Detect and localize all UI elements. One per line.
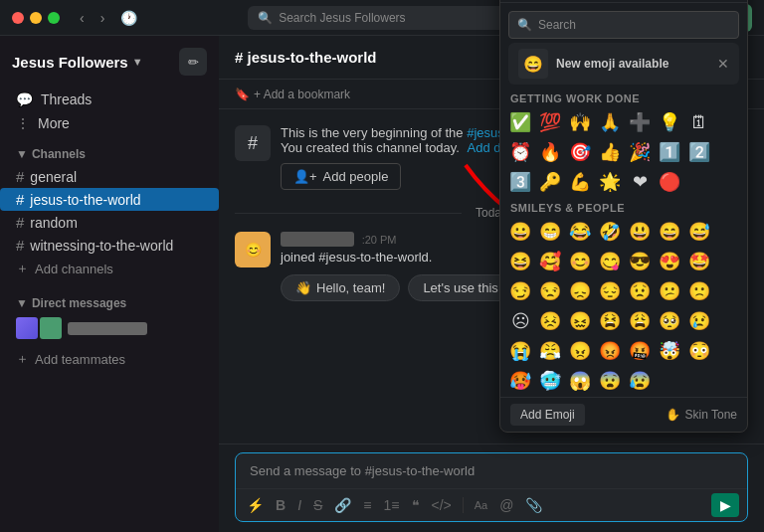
- emoji-cell[interactable]: 😤: [536, 337, 564, 365]
- fullscreen-button[interactable]: [48, 12, 60, 24]
- edit-workspace-button[interactable]: ✏: [179, 48, 207, 76]
- emoji-cell[interactable]: 🙁: [685, 277, 713, 305]
- add-channels-button[interactable]: ＋ Add channels: [0, 257, 219, 280]
- emoji-cell[interactable]: 🤣: [596, 218, 624, 246]
- sidebar-item-threads[interactable]: 💬 Threads: [0, 88, 219, 111]
- message-input-field[interactable]: Send a message to #jesus-to-the-world: [236, 453, 747, 488]
- add-bookmark-button[interactable]: 🔖 + Add a bookmark: [235, 88, 350, 101]
- emoji-cell[interactable]: 🌟: [596, 168, 624, 196]
- emoji-cell[interactable]: 😟: [626, 277, 654, 305]
- emoji-cell[interactable]: 😠: [566, 337, 594, 365]
- emoji-cell[interactable]: 😆: [506, 248, 534, 275]
- close-banner-button[interactable]: ✕: [717, 56, 729, 72]
- workspace-name[interactable]: Jesus Followers ▼: [12, 54, 143, 71]
- emoji-cell[interactable]: 😢: [685, 307, 713, 335]
- emoji-cell[interactable]: 😞: [566, 277, 594, 305]
- emoji-cell[interactable]: 🤬: [626, 337, 654, 365]
- emoji-cell[interactable]: 3️⃣: [506, 168, 534, 196]
- channel-title[interactable]: # jesus-to-the-world: [235, 49, 377, 66]
- emoji-cell[interactable]: 😰: [626, 367, 654, 395]
- send-button[interactable]: ▶: [711, 493, 739, 517]
- emoji-cell[interactable]: 🤩: [685, 248, 713, 275]
- emoji-cell[interactable]: 🎯: [566, 138, 594, 166]
- minimize-button[interactable]: [30, 12, 42, 24]
- emoji-cell[interactable]: 🙏: [596, 108, 624, 136]
- lightning-icon[interactable]: ⚡: [244, 495, 267, 515]
- emoji-cell[interactable]: 🗓: [685, 108, 713, 136]
- emoji-cell[interactable]: 2️⃣: [685, 138, 713, 166]
- emoji-cell[interactable]: 👍: [596, 138, 624, 166]
- forward-button[interactable]: ›: [96, 8, 109, 28]
- emoji-cell[interactable]: 😊: [566, 248, 594, 275]
- emoji-cell[interactable]: 😅: [685, 218, 713, 246]
- emoji-cell[interactable]: 🙌: [566, 108, 594, 136]
- channel-random[interactable]: # random: [0, 211, 219, 234]
- emoji-cell[interactable]: 😍: [656, 248, 683, 275]
- emoji-cell[interactable]: 😡: [596, 337, 624, 365]
- emoji-cell[interactable]: 😳: [685, 337, 713, 365]
- dm-item-1[interactable]: [0, 314, 219, 342]
- emoji-cell[interactable]: 🎉: [626, 138, 654, 166]
- emoji-cell[interactable]: 😀: [506, 218, 534, 246]
- channel-general[interactable]: # general: [0, 165, 219, 188]
- emoji-cell[interactable]: ✅: [506, 108, 534, 136]
- emoji-cell[interactable]: 🤯: [656, 337, 683, 365]
- emoji-cell[interactable]: 😏: [506, 277, 534, 305]
- emoji-cell[interactable]: 😁: [536, 218, 564, 246]
- close-button[interactable]: [12, 12, 24, 24]
- attachment-icon[interactable]: 📎: [522, 495, 545, 515]
- emoji-cell[interactable]: 🥵: [506, 367, 534, 395]
- emoji-cell[interactable]: 😫: [596, 307, 624, 335]
- list-icon[interactable]: ≡: [360, 495, 374, 515]
- emoji-cell[interactable]: 🔴: [656, 168, 683, 196]
- emoji-cell[interactable]: 😖: [566, 307, 594, 335]
- emoji-cell[interactable]: 😋: [596, 248, 624, 275]
- back-button[interactable]: ‹: [76, 8, 89, 28]
- italic-icon[interactable]: I: [294, 495, 304, 515]
- emoji-cell[interactable]: 🥶: [536, 367, 564, 395]
- emoji-cell[interactable]: 😣: [536, 307, 564, 335]
- emoji-cell[interactable]: 🔥: [536, 138, 564, 166]
- channels-section-header[interactable]: ▼ Channels: [0, 139, 219, 165]
- emoji-cell[interactable]: 😩: [626, 307, 654, 335]
- emoji-cell[interactable]: ❤: [626, 168, 654, 196]
- emoji-cell[interactable]: 😨: [596, 367, 624, 395]
- link-icon[interactable]: 🔗: [331, 495, 354, 515]
- emoji-search-bar[interactable]: 🔍 Search: [508, 11, 739, 39]
- emoji-cell[interactable]: 🥺: [656, 307, 683, 335]
- add-emoji-button[interactable]: Add Emoji: [510, 404, 585, 426]
- emoji-cell[interactable]: 😂: [566, 218, 594, 246]
- emoji-cell[interactable]: 😱: [566, 367, 594, 395]
- emoji-cell[interactable]: 🔑: [536, 168, 564, 196]
- channel-witnessing[interactable]: # witnessing-to-the-world: [0, 234, 219, 257]
- emoji-cell[interactable]: ⏰: [506, 138, 534, 166]
- emoji-cell[interactable]: ➕: [626, 108, 654, 136]
- emoji-cell[interactable]: 😒: [536, 277, 564, 305]
- quick-reply-1[interactable]: 👋 Hello, team!: [281, 274, 400, 301]
- at-icon[interactable]: @: [496, 495, 516, 515]
- emoji-cell[interactable]: 💯: [536, 108, 564, 136]
- add-people-button[interactable]: 👤+ Add people: [281, 163, 401, 190]
- emoji-cell[interactable]: 😭: [506, 337, 534, 365]
- skin-tone-button[interactable]: ✋ Skin Tone: [666, 408, 737, 422]
- emoji-cell[interactable]: 😎: [626, 248, 654, 275]
- emoji-cell[interactable]: 1️⃣: [656, 138, 683, 166]
- code-icon[interactable]: </>: [429, 495, 455, 515]
- emoji-cell[interactable]: ☹: [506, 307, 534, 335]
- emoji-cell[interactable]: 😃: [626, 218, 654, 246]
- strikethrough-icon[interactable]: S: [310, 495, 325, 515]
- emoji-cell[interactable]: 💡: [656, 108, 683, 136]
- add-teammates-button[interactable]: ＋ Add teammates: [0, 346, 219, 372]
- emoji-cell[interactable]: 💪: [566, 168, 594, 196]
- emoji-cell[interactable]: 😕: [656, 277, 683, 305]
- channel-jesus-to-the-world[interactable]: # jesus-to-the-world: [0, 188, 219, 211]
- dm-section-header[interactable]: ▼ Direct messages: [0, 288, 219, 314]
- emoji-cell[interactable]: 🥰: [536, 248, 564, 275]
- bold-icon[interactable]: B: [273, 495, 288, 515]
- sidebar-item-more[interactable]: ⋮ More: [0, 111, 219, 135]
- quote-icon[interactable]: ❝: [409, 495, 423, 515]
- emoji-cell[interactable]: 😔: [596, 277, 624, 305]
- ordered-list-icon[interactable]: 1≡: [381, 495, 403, 515]
- emoji-cell[interactable]: 😄: [656, 218, 683, 246]
- mention-aa-icon[interactable]: Aa: [472, 497, 490, 513]
